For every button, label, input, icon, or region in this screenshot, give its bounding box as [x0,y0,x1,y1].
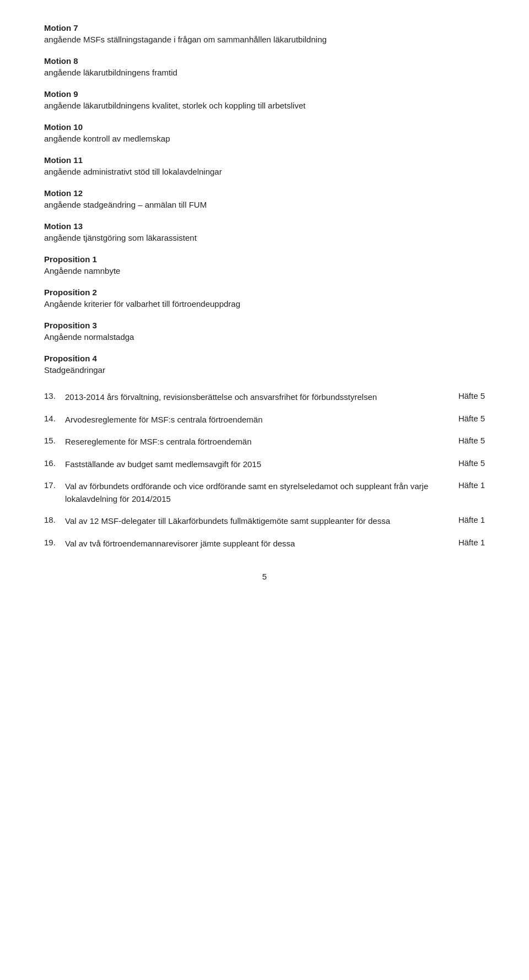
numbered-item: 17.Val av förbundets ordförande och vice… [44,480,485,505]
item-number: 16. [44,458,60,471]
motion-title: Motion 12 [44,187,485,199]
motion-item-motion7: Motion 7angående MSFs ställningstagande … [44,22,485,45]
numbered-list: 13.2013-2014 års förvaltning, revisionsb… [44,391,485,550]
motion-subtitle: angående stadgeändring – anmälan till FU… [44,199,485,210]
motion-subtitle: angående tjänstgöring som läkarassistent [44,232,485,243]
motion-subtitle: Angående kriterier för valbarhet till fö… [44,298,485,310]
motion-item-motion8: Motion 8angående läkarutbildningens fram… [44,55,485,78]
motion-title: Proposition 1 [44,253,485,265]
item-hafte: Häfte 5 [458,391,485,400]
motion-title: Motion 9 [44,88,485,100]
motion-item-motion11: Motion 11angående administrativt stöd ti… [44,154,485,177]
motion-item-motion9: Motion 9angående läkarutbildningens kval… [44,88,485,111]
main-content: Motion 7angående MSFs ställningstagande … [44,22,485,581]
item-content: Resereglemente för MSF:s centrala förtro… [65,436,447,448]
motion-subtitle: Angående namnbyte [44,265,485,277]
motion-subtitle: angående läkarutbildningens kvalitet, st… [44,100,485,111]
motion-title: Motion 11 [44,154,485,166]
motion-item-prop1: Proposition 1Angående namnbyte [44,253,485,277]
motion-title: Proposition 2 [44,286,485,298]
motion-title: Motion 7 [44,22,485,34]
numbered-item: 13.2013-2014 års förvaltning, revisionsb… [44,391,485,404]
motion-item-motion13: Motion 13angående tjänstgöring som läkar… [44,220,485,243]
motion-item-prop4: Proposition 4Stadgeändringar [44,353,485,376]
motion-title: Motion 10 [44,121,485,133]
numbered-item: 14.Arvodesreglemente för MSF:s centrala … [44,414,485,426]
motion-subtitle: Angående normalstadga [44,331,485,343]
item-hafte: Häfte 5 [458,436,485,445]
motion-subtitle: Stadgeändringar [44,364,485,376]
item-content: Fastställande av budget samt medlemsavgi… [65,458,447,471]
item-content: Val av två förtroendemannarevisorer jämt… [65,538,447,550]
motion-title: Motion 8 [44,55,485,67]
motion-item-motion10: Motion 10angående kontroll av medlemskap [44,121,485,144]
item-content: Val av 12 MSF-delegater till Läkarförbun… [65,515,447,528]
item-hafte: Häfte 1 [458,515,485,524]
item-hafte: Häfte 1 [458,480,485,490]
motion-item-motion12: Motion 12angående stadgeändring – anmäla… [44,187,485,210]
motion-title: Motion 13 [44,220,485,232]
motion-subtitle: angående administrativt stöd till lokala… [44,166,485,177]
item-content: Val av förbundets ordförande och vice or… [65,480,447,505]
motions-list: Motion 7angående MSFs ställningstagande … [44,22,485,376]
motion-item-prop3: Proposition 3Angående normalstadga [44,320,485,343]
motion-subtitle: angående MSFs ställningstagande i frågan… [44,34,485,45]
item-content: 2013-2014 års förvaltning, revisionsberä… [65,391,447,404]
numbered-item: 15.Resereglemente för MSF:s centrala för… [44,436,485,448]
item-number: 15. [44,436,60,448]
item-number: 13. [44,391,60,404]
item-number: 19. [44,538,60,550]
item-content: Arvodesreglemente för MSF:s centrala för… [65,414,447,426]
motion-title: Proposition 3 [44,320,485,331]
motion-item-prop2: Proposition 2Angående kriterier för valb… [44,286,485,310]
numbered-item: 18.Val av 12 MSF-delegater till Läkarför… [44,515,485,528]
item-hafte: Häfte 5 [458,458,485,468]
numbered-item: 19.Val av två förtroendemannarevisorer j… [44,538,485,550]
item-hafte: Häfte 1 [458,538,485,547]
motion-title: Proposition 4 [44,353,485,364]
item-number: 14. [44,414,60,426]
numbered-item: 16.Fastställande av budget samt medlemsa… [44,458,485,471]
motion-subtitle: angående läkarutbildningens framtid [44,67,485,78]
item-hafte: Häfte 5 [458,414,485,423]
page-number: 5 [44,572,485,581]
motion-subtitle: angående kontroll av medlemskap [44,133,485,144]
item-number: 18. [44,515,60,528]
item-number: 17. [44,480,60,505]
